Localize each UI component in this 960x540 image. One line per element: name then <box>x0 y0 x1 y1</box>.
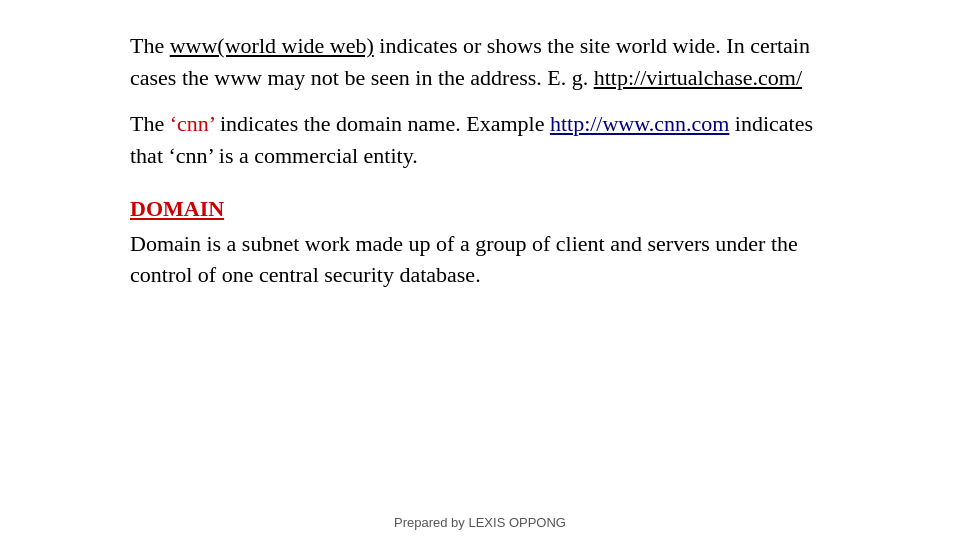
footer-text: Prepared by LEXIS OPPONG <box>394 515 566 530</box>
main-content: The www(world wide web) indicates or sho… <box>0 0 960 515</box>
footer: Prepared by LEXIS OPPONG <box>0 515 960 540</box>
text-after-cnn: indicates the domain name. Example <box>215 111 550 136</box>
paragraph-cnn: The ‘cnn’ indicates the domain name. Exa… <box>130 108 830 172</box>
www-link[interactable]: www(world wide web) <box>170 33 374 58</box>
cnn-link[interactable]: http://www.cnn.com <box>550 111 729 136</box>
text-the: The <box>130 33 170 58</box>
paragraph-www: The www(world wide web) indicates or sho… <box>130 30 830 94</box>
domain-heading: DOMAIN <box>130 196 830 222</box>
cnn-highlight: ‘cnn’ <box>170 111 215 136</box>
domain-paragraph: Domain is a subnet work made up of a gro… <box>130 228 830 292</box>
domain-section: DOMAIN Domain is a subnet work made up o… <box>130 196 830 292</box>
text-the-cnn: The <box>130 111 170 136</box>
virtualchase-link[interactable]: http://virtualchase.com/ <box>594 65 802 90</box>
